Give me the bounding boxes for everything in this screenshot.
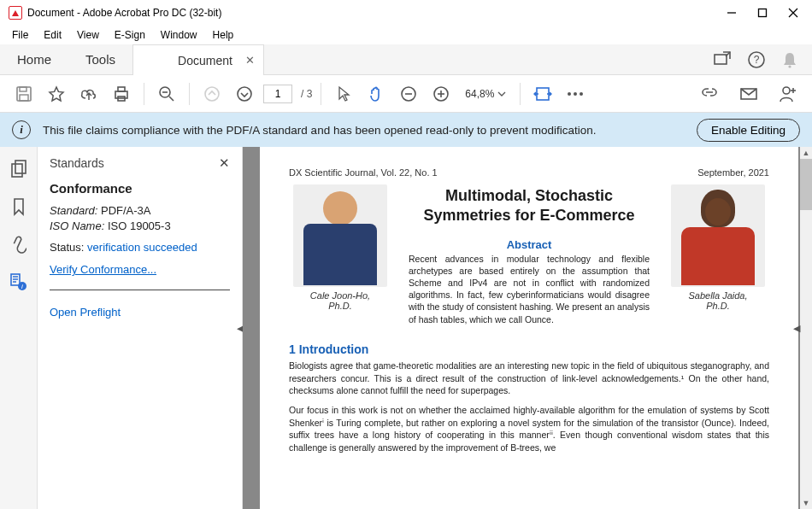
enable-editing-button[interactable]: Enable Editing: [697, 119, 800, 142]
svg-rect-11: [115, 91, 127, 98]
tab-document[interactable]: Document ✕: [132, 44, 264, 75]
pdf-page: DX Scientific Journal, Vol. 22, No. 1 Se…: [260, 147, 798, 509]
para2: Our focus in this work is not on whether…: [289, 404, 769, 454]
page-down-button[interactable]: [231, 80, 258, 108]
hand-tool-button[interactable]: [362, 80, 390, 108]
menu-window[interactable]: Window: [154, 27, 204, 43]
author2-name: Sabella Jaida,: [667, 290, 769, 301]
svg-point-17: [205, 87, 219, 101]
author1-name: Cale Joon-Ho,: [289, 290, 391, 301]
app-icon: [9, 6, 22, 20]
svg-rect-10: [20, 95, 28, 101]
menu-file[interactable]: File: [5, 27, 35, 43]
panel-close-button[interactable]: ✕: [219, 155, 230, 171]
fit-width-button[interactable]: [529, 80, 556, 108]
standards-panel: Standards ✕ Conformance Standard: PDF/A-…: [38, 147, 243, 509]
tab-close-button[interactable]: ✕: [245, 54, 255, 67]
save-button[interactable]: [10, 80, 38, 108]
page-number-input[interactable]: [263, 85, 292, 103]
bell-icon[interactable]: [781, 50, 798, 69]
section1-title: Introduction: [296, 342, 369, 356]
help-icon[interactable]: ?: [747, 50, 766, 69]
email-button[interactable]: [735, 80, 762, 108]
svg-rect-32: [12, 164, 22, 177]
standards-panel-button[interactable]: i: [7, 270, 31, 294]
notice-text: This file claims compliance with the PDF…: [43, 124, 597, 137]
maximize-button[interactable]: [756, 6, 769, 20]
cloud-upload-button[interactable]: [75, 80, 103, 108]
svg-point-18: [238, 87, 251, 101]
tab-document-label: Document: [178, 54, 232, 67]
paper-title: Multimodal, Stochastic Symmetries for E-…: [405, 186, 653, 226]
iso-value: ISO 19005-3: [104, 219, 170, 232]
menu-edit[interactable]: Edit: [37, 27, 68, 43]
svg-point-29: [783, 87, 790, 94]
pdfa-notice-bar: i This file claims compliance with the P…: [0, 113, 812, 147]
document-area[interactable]: DX Scientific Journal, Vol. 22, No. 1 Se…: [243, 147, 812, 509]
expand-tools-button[interactable]: ◀: [793, 323, 800, 334]
svg-point-25: [568, 92, 571, 96]
svg-text:?: ?: [754, 54, 760, 66]
attachments-panel-button[interactable]: [7, 232, 31, 256]
zoom-level-dropdown[interactable]: 64,8%: [460, 88, 511, 100]
menu-help[interactable]: Help: [206, 27, 241, 43]
close-button[interactable]: [786, 6, 800, 20]
page-total-label: / 3: [301, 88, 312, 100]
svg-rect-4: [715, 55, 727, 64]
verify-conformance-link[interactable]: Verify Conformance...: [50, 263, 156, 276]
scroll-thumb[interactable]: [800, 159, 812, 210]
standard-value: PDF/A-3A: [97, 204, 150, 217]
author2-degree: Ph.D.: [667, 301, 769, 311]
star-button[interactable]: [43, 80, 70, 108]
zoom-level-label: 64,8%: [465, 88, 494, 100]
more-tools-button[interactable]: [562, 80, 589, 108]
standard-label: Standard:: [50, 204, 97, 217]
status-value: verification succeeded: [87, 241, 197, 254]
journal-name: DX Scientific Journal, Vol. 22, No. 1: [289, 167, 438, 178]
tab-tools[interactable]: Tools: [68, 44, 132, 74]
panel-title: Standards: [50, 156, 104, 170]
svg-rect-24: [537, 88, 549, 100]
pages-panel-button[interactable]: [7, 157, 31, 181]
print-button[interactable]: [108, 80, 135, 108]
status-label: Status:: [50, 241, 87, 254]
svg-rect-12: [118, 87, 125, 91]
scroll-down-button[interactable]: ▼: [800, 497, 812, 509]
section1-num: 1: [289, 342, 296, 356]
author1-degree: Ph.D.: [289, 301, 391, 311]
share-to-device-icon[interactable]: [713, 50, 732, 69]
abstract-label: Abstract: [405, 238, 653, 251]
link-share-button[interactable]: [696, 80, 723, 108]
svg-rect-1: [759, 9, 767, 17]
iso-label: ISO Name:: [50, 219, 104, 232]
minimize-button[interactable]: [725, 6, 738, 20]
toolbar: / 3 64,8%: [0, 75, 812, 113]
chevron-down-icon: [497, 91, 506, 97]
menu-esign[interactable]: E-Sign: [108, 27, 152, 43]
open-preflight-link[interactable]: Open Preflight: [50, 306, 121, 319]
info-icon: i: [12, 120, 31, 139]
select-arrow-button[interactable]: [330, 80, 357, 108]
svg-rect-33: [15, 161, 26, 173]
svg-point-26: [574, 92, 577, 96]
para1: Biologists agree that game-theoretic mod…: [289, 360, 769, 397]
page-up-button[interactable]: [198, 80, 226, 108]
scroll-up-button[interactable]: ▲: [800, 147, 812, 159]
conformance-heading: Conformance: [50, 181, 230, 196]
author1-photo: [293, 184, 387, 287]
vertical-scrollbar[interactable]: ▲ ▼: [800, 147, 812, 509]
publication-date: September, 2021: [697, 167, 769, 178]
svg-line-15: [169, 97, 174, 101]
bookmarks-panel-button[interactable]: [7, 195, 31, 219]
zoom-in-button[interactable]: [427, 80, 455, 108]
add-person-button[interactable]: [774, 80, 802, 108]
tab-home[interactable]: Home: [0, 44, 68, 74]
menu-view[interactable]: View: [70, 27, 106, 43]
tab-row: Home Tools Document ✕ ?: [0, 44, 812, 75]
left-rail: i: [0, 147, 38, 509]
title-bar: Document - Adobe Acrobat Pro DC (32-bit): [0, 0, 812, 26]
svg-point-7: [788, 65, 791, 67]
zoom-out-find-button[interactable]: [153, 80, 180, 108]
zoom-out-button[interactable]: [395, 80, 422, 108]
svg-point-27: [580, 92, 583, 96]
